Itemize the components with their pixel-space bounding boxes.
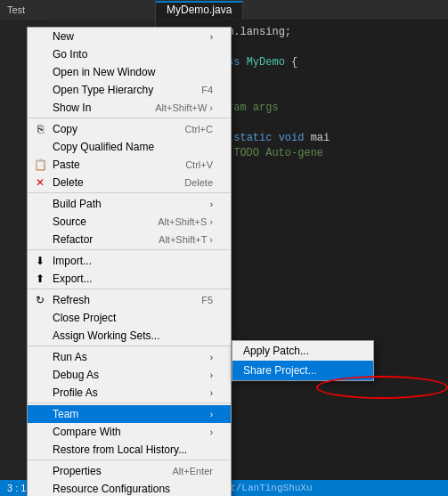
editor-tab-mydemo[interactable]: MyDemo.java: [156, 1, 243, 19]
menu-item-open-type-hierarchy[interactable]: Open Type Hierarchy F4: [28, 81, 231, 99]
menu-item-team[interactable]: Team ›: [28, 405, 231, 423]
menu-item-open-new-window[interactable]: Open in New Window: [28, 63, 231, 81]
arrow-icon: ›: [210, 427, 213, 437]
menu-item-restore-local[interactable]: Restore from Local History...: [28, 441, 231, 460]
menu-item-profile-as[interactable]: Profile As ›: [28, 384, 231, 403]
menu-item-debug-as[interactable]: Debug As ›: [28, 366, 231, 384]
menu-item-source[interactable]: Source Alt+Shift+S ›: [28, 213, 231, 231]
team-submenu: Apply Patch... Share Project...: [232, 340, 374, 381]
menu-item-show-in[interactable]: Show In Alt+Shift+W ›: [28, 99, 231, 118]
arrow-icon: ›: [210, 353, 213, 362]
menu-item-assign-working-sets[interactable]: Assign Working Sets...: [28, 327, 231, 346]
menu-item-paste[interactable]: 📋 Paste Ctrl+V: [28, 156, 231, 174]
menu-item-refactor[interactable]: Refactor Alt+Shift+T ›: [28, 231, 231, 250]
menu-item-run-as[interactable]: Run As ›: [28, 348, 231, 366]
menu-item-refresh[interactable]: ↻ Refresh F5: [28, 291, 231, 309]
menu-item-properties[interactable]: Properties Alt+Enter: [28, 462, 231, 480]
paste-icon: 📋: [33, 158, 47, 172]
menu-item-copy-qualified[interactable]: Copy Qualified Name: [28, 138, 231, 156]
apply-patch-label: Apply Patch...: [243, 345, 309, 357]
menu-item-build-path[interactable]: Build Path ›: [28, 195, 231, 213]
arrow-icon: ›: [210, 410, 213, 419]
import-icon: ⬇: [33, 254, 47, 268]
submenu-item-apply-patch[interactable]: Apply Patch...: [232, 341, 373, 361]
cursor-position: 3 : 1: [7, 483, 26, 493]
menu-item-new[interactable]: New ›: [28, 28, 231, 45]
menu-item-close-project[interactable]: Close Project: [28, 309, 231, 327]
menu-item-delete[interactable]: ✕ Delete Delete: [28, 174, 231, 193]
copy-icon: ⎘: [33, 122, 47, 136]
menu-item-copy[interactable]: ⎘ Copy Ctrl+C: [28, 120, 231, 138]
arrow-icon: ›: [210, 370, 213, 380]
sidebar-title: Test: [7, 4, 25, 15]
sidebar-header: Test: [0, 0, 155, 20]
export-icon: ⬆: [33, 272, 47, 286]
submenu-item-share-project[interactable]: Share Project...: [232, 361, 373, 380]
delete-icon: ✕: [33, 175, 47, 190]
arrow-icon: ›: [210, 32, 213, 42]
menu-item-compare-with[interactable]: Compare With ›: [28, 423, 231, 441]
tab-bar: MyDemo.java: [156, 0, 448, 20]
menu-item-import[interactable]: ⬇ Import...: [28, 252, 231, 270]
arrow-icon: ›: [210, 199, 213, 209]
arrow-icon: ›: [210, 388, 213, 398]
menu-item-go-into[interactable]: Go Into: [28, 45, 231, 63]
menu-item-resource-configurations[interactable]: Resource Configurations: [28, 480, 231, 496]
context-menu: New › Go Into Open in New Window Open Ty…: [27, 27, 232, 496]
menu-item-export[interactable]: ⬆ Export...: [28, 270, 231, 289]
share-project-label: Share Project...: [243, 364, 317, 377]
refresh-icon: ↻: [33, 293, 47, 307]
